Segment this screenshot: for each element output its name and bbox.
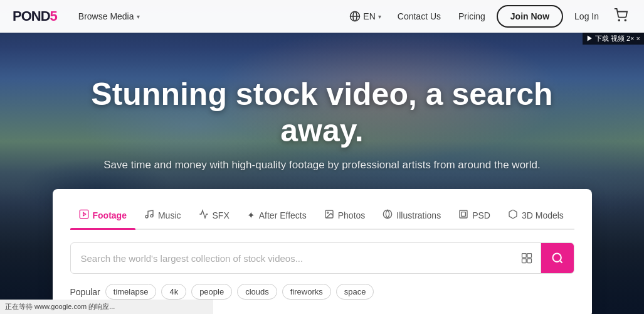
popular-label: Popular <box>70 287 100 297</box>
popular-row: Popular timelapse 4k people clouds firew… <box>70 284 574 300</box>
search-input[interactable] <box>71 253 513 264</box>
svg-point-8 <box>150 215 153 217</box>
sfx-icon <box>199 209 209 221</box>
svg-point-18 <box>552 254 561 262</box>
music-icon <box>144 209 154 221</box>
tag-clouds[interactable]: clouds <box>237 284 277 300</box>
search-panel: Footage Music SFX ✦ After Effects <box>53 189 592 314</box>
nav-links: Browse Media ▾ <box>72 8 345 25</box>
tag-fireworks[interactable]: fireworks <box>282 284 331 300</box>
svg-point-11 <box>384 210 392 218</box>
tab-sfx-label: SFX <box>213 210 230 220</box>
svg-rect-15 <box>527 254 531 258</box>
svg-rect-13 <box>462 212 466 217</box>
tag-space[interactable]: space <box>336 284 374 300</box>
tab-music-label: Music <box>158 210 181 220</box>
tag-timelapse[interactable]: timelapse <box>105 284 157 300</box>
tab-psd-label: PSD <box>472 210 490 220</box>
tab-footage-label: Footage <box>93 210 127 220</box>
after-effects-icon: ✦ <box>247 210 255 221</box>
tab-after-effects[interactable]: ✦ After Effects <box>238 205 315 229</box>
svg-marker-6 <box>83 212 85 215</box>
svg-point-3 <box>618 19 620 21</box>
visual-search-icon <box>520 252 533 264</box>
search-button[interactable] <box>541 243 574 273</box>
search-row <box>70 242 574 274</box>
tab-after-effects-label: After Effects <box>259 210 307 220</box>
visual-search-button[interactable] <box>513 243 541 273</box>
ad-banner-text: ▶ 下载 视频 2× × <box>586 34 640 43</box>
lang-chevron-icon: ▾ <box>378 13 381 20</box>
tab-psd[interactable]: PSD <box>450 204 499 229</box>
illustrations-icon <box>383 209 393 221</box>
hero-subtitle: Save time and money with high-quality fo… <box>103 159 540 171</box>
hero-title: Stunning stock video, a search away. <box>71 77 573 149</box>
tab-footage[interactable]: Footage <box>70 204 135 229</box>
contact-us-link[interactable]: Contact Us <box>391 8 447 25</box>
cart-icon[interactable] <box>610 4 631 28</box>
lang-label: EN <box>363 11 375 21</box>
log-in-button[interactable]: Log In <box>568 8 605 25</box>
svg-line-19 <box>559 261 562 263</box>
photos-icon <box>324 209 334 221</box>
logo[interactable]: POND5 <box>13 8 57 24</box>
svg-point-10 <box>327 212 328 214</box>
chevron-down-icon: ▾ <box>137 13 140 20</box>
tag-people[interactable]: people <box>191 284 232 300</box>
tab-sfx[interactable]: SFX <box>190 204 238 229</box>
svg-rect-17 <box>527 259 531 263</box>
svg-rect-5 <box>80 210 88 218</box>
tabs: Footage Music SFX ✦ After Effects <box>70 204 574 230</box>
status-text: 正在等待 www.google.com 的响应... <box>5 303 115 310</box>
logo-text: POND5 <box>13 8 57 24</box>
psd-icon <box>458 209 468 221</box>
pricing-link[interactable]: Pricing <box>452 8 492 25</box>
language-button[interactable]: EN ▾ <box>344 7 386 26</box>
footage-icon <box>79 209 89 221</box>
tab-photos[interactable]: Photos <box>315 204 374 229</box>
navbar: POND5 Browse Media ▾ EN ▾ Contact Us Pri… <box>0 0 644 33</box>
tab-3d-models[interactable]: 3D Models <box>499 204 573 229</box>
join-now-button[interactable]: Join Now <box>497 5 563 28</box>
ad-banner: ▶ 下载 视频 2× × <box>583 33 644 45</box>
svg-rect-14 <box>522 254 526 258</box>
search-magnifier-icon <box>551 252 564 264</box>
svg-point-4 <box>625 19 626 21</box>
hero-content: Stunning stock video, a search away. Sav… <box>0 33 644 314</box>
3d-models-icon <box>508 209 518 221</box>
tab-photos-label: Photos <box>338 210 366 220</box>
globe-icon <box>349 11 361 22</box>
tab-illustrations-label: Illustrations <box>396 210 441 220</box>
tab-3d-models-label: 3D Models <box>522 210 564 220</box>
svg-rect-12 <box>460 210 467 218</box>
tab-music[interactable]: Music <box>135 204 190 229</box>
tag-4k[interactable]: 4k <box>161 284 186 300</box>
browse-media-label: Browse Media <box>78 11 134 21</box>
browse-media-button[interactable]: Browse Media ▾ <box>72 8 146 25</box>
svg-point-7 <box>145 215 148 218</box>
nav-right: EN ▾ Contact Us Pricing Join Now Log In <box>344 4 631 28</box>
svg-rect-16 <box>522 259 526 263</box>
status-bar: 正在等待 www.google.com 的响应... <box>0 300 213 314</box>
tab-illustrations[interactable]: Illustrations <box>374 204 450 229</box>
